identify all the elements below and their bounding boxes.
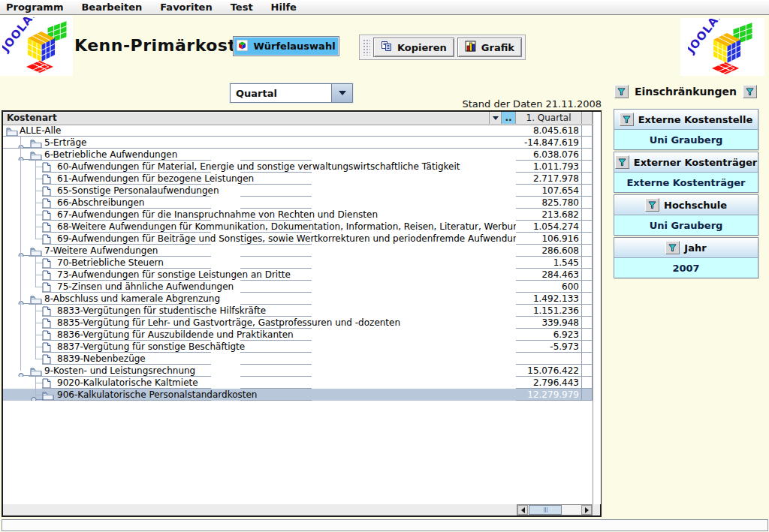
table-row[interactable]: 66-Abschreibungen825.780 <box>3 197 593 209</box>
document-icon <box>42 341 51 353</box>
restriction-filter-button[interactable]: Jahr <box>614 238 758 258</box>
table-row[interactable]: 9-Kosten- und Leistungsrechnung15.076.42… <box>3 365 593 377</box>
column-header-quartal[interactable]: 1. Quartal <box>516 112 582 124</box>
menu-bar: ProgrammBearbeitenFavoritenTestHilfe <box>0 0 769 15</box>
row-label: 67-Aufwendungen für die Inanspruchnahme … <box>57 209 378 220</box>
restriction-filter-button[interactable]: Externer Kostenträger <box>614 152 758 173</box>
row-label: 73-Aufwendungen für sonstige Leistungen … <box>57 269 291 280</box>
table-row[interactable]: 9020-Kalkulatorische Kaltmiete2.796.443 <box>3 377 593 389</box>
empty-cell <box>582 305 593 317</box>
row-label: 8-Abschluss und kamerale Abgrenzung <box>44 293 220 304</box>
table-row[interactable]: 8837-Vergütung für sonstige Beschäftigte… <box>3 341 593 353</box>
empty-cell <box>582 269 593 281</box>
empty-cell <box>582 365 593 377</box>
copy-label: Kopieren <box>397 42 447 53</box>
folder-icon <box>30 293 42 305</box>
joolap-logo: JOOLAP <box>680 18 764 76</box>
restriction-group: Externe KostenstelleUni Grauberg <box>614 109 758 150</box>
menu-hilfe[interactable]: Hilfe <box>271 2 297 13</box>
cube-select-button[interactable]: Würfelauswahl <box>233 36 339 56</box>
empty-cell <box>582 245 593 257</box>
document-icon <box>42 197 51 209</box>
table-row[interactable]: 8839-Nebenbezüge <box>3 353 593 365</box>
column-dots-button[interactable]: .. <box>502 112 516 124</box>
row-underline <box>240 400 312 401</box>
horizontal-scrollbar[interactable] <box>517 504 593 515</box>
table-row[interactable]: 73-Aufwendungen für sonstige Leistungen … <box>3 269 593 281</box>
menu-favoriten[interactable]: Favoriten <box>160 2 212 13</box>
menu-programm[interactable]: Programm <box>6 2 63 13</box>
row-label: 8836-Vergütung für Auszubildende und Pra… <box>57 329 294 340</box>
column-header-kostenart[interactable]: Kostenart <box>3 112 490 124</box>
document-icon <box>42 281 51 293</box>
value-cell: 107.654 <box>516 185 582 197</box>
table-row[interactable]: 75-Zinsen und ähnliche Aufwendungen600 <box>3 281 593 293</box>
table-row[interactable]: ALLE-Alle8.045.618 <box>3 125 593 137</box>
document-icon <box>42 317 51 329</box>
scroll-right-button[interactable] <box>581 505 592 515</box>
table-row[interactable]: 70-Betriebliche Steuern1.545 <box>3 257 593 269</box>
empty-cell <box>582 281 593 293</box>
page-title: Kenn-Primärkosten <box>74 36 260 55</box>
column-dropdown-button[interactable] <box>490 112 502 124</box>
restriction-value: Uni Grauberg <box>614 215 758 235</box>
document-icon <box>42 161 51 173</box>
table-row[interactable]: 68-Weitere Aufwendungen für Kommunikatio… <box>3 221 593 233</box>
chart-button[interactable]: Grafik <box>457 38 522 57</box>
tree-connector <box>35 257 36 287</box>
value-cell: 106.916 <box>516 233 582 245</box>
table-row[interactable]: 6-Betriebliche Aufwendungen6.038.076 <box>3 149 593 161</box>
vertical-scrollbar-track[interactable] <box>593 112 601 504</box>
menu-bearbeiten[interactable]: Bearbeiten <box>81 2 142 13</box>
menu-test[interactable]: Test <box>231 2 253 13</box>
joolap-logo: JOOLAP <box>0 16 73 76</box>
value-cell: -14.847.619 <box>516 137 582 149</box>
table-row[interactable]: 61-Aufwendungen für bezogene Leistungen2… <box>3 173 593 185</box>
table-row[interactable]: 69-Aufwendungen für Beiträge und Sonstig… <box>3 233 593 245</box>
table-row[interactable]: 8833-Vergütungen für studentische Hilfsk… <box>3 305 593 317</box>
restriction-value: 2007 <box>614 258 758 278</box>
column-header-empty <box>582 112 593 124</box>
chevron-down-icon[interactable] <box>331 84 352 102</box>
empty-cell <box>582 389 593 401</box>
scrollbar-track[interactable] <box>528 505 581 515</box>
scroll-left-button[interactable] <box>517 505 528 515</box>
document-icon <box>42 329 51 341</box>
restriction-label: Hochschule <box>664 200 727 211</box>
folder-icon <box>42 389 54 401</box>
value-cell: 1.011.793 <box>516 161 582 173</box>
empty-cell <box>582 137 593 149</box>
restriction-label: Externe Kostenstelle <box>638 114 753 125</box>
empty-cell <box>582 329 593 341</box>
table-row[interactable]: 67-Aufwendungen für die Inanspruchnahme … <box>3 209 593 221</box>
table-row[interactable]: 906-Kalkulatorische Personalstandardkost… <box>3 389 593 401</box>
folder-icon <box>6 125 18 137</box>
cube-icon <box>237 40 248 53</box>
table-row[interactable]: 8-Abschluss und kamerale Abgrenzung1.492… <box>3 293 593 305</box>
empty-cell <box>582 377 593 389</box>
toolbar-drag-handle[interactable] <box>363 39 370 56</box>
table-row[interactable]: 65-Sonstige Personalaufwendungen107.654 <box>3 185 593 197</box>
restriction-filter-button[interactable]: Hochschule <box>614 195 758 215</box>
empty-cell <box>582 293 593 305</box>
empty-cell <box>582 209 593 221</box>
table-row[interactable]: 5-Erträge-14.847.619 <box>3 137 593 149</box>
row-label: 68-Weitere Aufwendungen für Kommunikatio… <box>57 221 516 232</box>
empty-cell <box>582 197 593 209</box>
restriction-group: Externer KostenträgerExterne Kostenträge… <box>614 152 758 193</box>
copy-button[interactable]: Kopieren <box>373 38 454 57</box>
table-row[interactable]: 8835-Vergütung für Lehr- und Gastvorträg… <box>3 317 593 329</box>
value-cell <box>516 353 582 365</box>
table-header: Kostenart .. 1. Quartal <box>3 112 593 125</box>
empty-cell <box>582 125 593 137</box>
restriction-filter-button[interactable]: Externe Kostenstelle <box>614 110 758 130</box>
row-label: 75-Zinsen und ähnliche Aufwendungen <box>57 281 234 292</box>
filter-icon <box>620 113 634 126</box>
row-label: 6-Betriebliche Aufwendungen <box>44 149 177 160</box>
table-row[interactable]: 60-Aufwendungen für Material, Energie un… <box>3 161 593 173</box>
scrollbar-thumb[interactable] <box>529 505 562 515</box>
value-cell: -5.973 <box>516 341 582 353</box>
table-row[interactable]: 7-Weitere Aufwendungen286.608 <box>3 245 593 257</box>
table-row[interactable]: 8836-Vergütung für Auszubildende und Pra… <box>3 329 593 341</box>
dimension-combobox[interactable]: Quartal <box>230 83 353 103</box>
